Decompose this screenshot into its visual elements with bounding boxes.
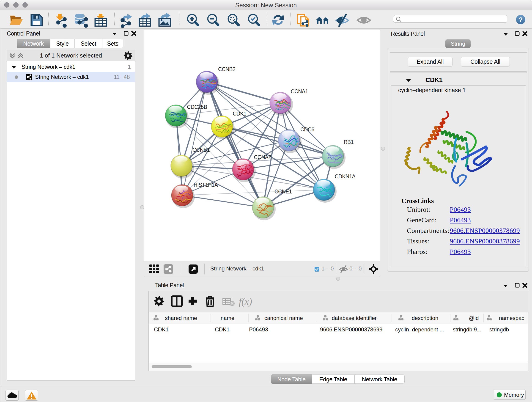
svg-text:@id: @id bbox=[469, 315, 479, 321]
svg-text:CCNE1: CCNE1 bbox=[274, 189, 292, 195]
svg-text:CCNA1: CCNA1 bbox=[291, 89, 308, 95]
svg-text:f(x): f(x) bbox=[239, 296, 252, 307]
svg-text:CDC6: CDC6 bbox=[300, 127, 314, 133]
svg-text:shared name: shared name bbox=[165, 315, 197, 321]
svg-text:CCNA2: CCNA2 bbox=[254, 154, 271, 160]
svg-text:description: description bbox=[412, 315, 438, 321]
svg-text:name: name bbox=[221, 315, 234, 321]
svg-text:CCNB1: CCNB1 bbox=[192, 147, 210, 153]
svg-text:HIST1H1A: HIST1H1A bbox=[194, 182, 218, 188]
svg-text:CCNB2: CCNB2 bbox=[218, 66, 235, 72]
svg-text:namespac: namespac bbox=[499, 315, 525, 321]
svg-text:database identifier: database identifier bbox=[332, 315, 377, 321]
svg-text:RB1: RB1 bbox=[344, 139, 354, 145]
svg-text:CDK1: CDK1 bbox=[233, 111, 246, 117]
svg-text:CDKN1A: CDKN1A bbox=[335, 173, 355, 179]
svg-text:CDC25B: CDC25B bbox=[187, 104, 207, 110]
svg-text:canonical name: canonical name bbox=[264, 315, 303, 321]
